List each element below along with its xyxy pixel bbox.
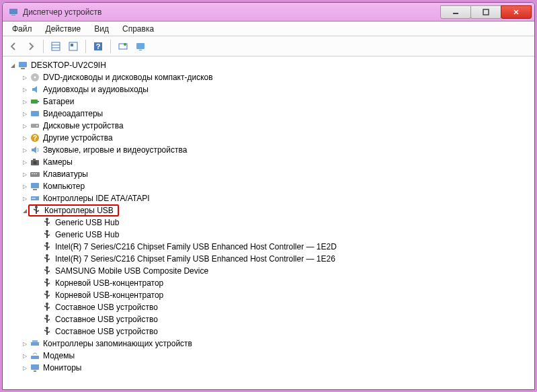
titlebar[interactable]: Диспетчер устройств: [3, 3, 534, 22]
svg-point-65: [46, 278, 48, 281]
menu-file[interactable]: Файл: [5, 22, 39, 36]
svg-point-77: [46, 315, 48, 317]
svg-rect-21: [31, 100, 38, 104]
node-label: Модемы: [43, 351, 75, 360]
menu-view[interactable]: Вид: [87, 22, 116, 36]
tree-node[interactable]: Корневой USB-концентратор: [3, 277, 534, 289]
nav-back-button[interactable]: [5, 38, 22, 54]
battery-icon: [30, 96, 40, 107]
expand-icon[interactable]: ▷: [20, 169, 30, 179]
tree-node[interactable]: ▷Видеоадаптеры: [3, 108, 534, 120]
usb-icon: [42, 302, 52, 313]
tree-area: ◢DESKTOP-UV2C9IH▷DVD-дисководы и дисково…: [3, 56, 534, 389]
menubar: Файл Действие Вид Справка: [3, 22, 534, 36]
video-icon: [30, 108, 40, 119]
expand-icon[interactable]: ▷: [20, 121, 30, 130]
expand-icon[interactable]: ▷: [20, 157, 30, 167]
expand-icon[interactable]: ▷: [20, 109, 30, 118]
tree-node[interactable]: Составное USB устройство: [3, 301, 534, 313]
node-label: Батареи: [43, 97, 74, 106]
svg-point-41: [35, 206, 38, 208]
svg-rect-85: [31, 342, 39, 346]
expand-icon[interactable]: ▷: [20, 363, 30, 373]
svg-point-53: [46, 242, 48, 245]
svg-rect-87: [31, 356, 39, 359]
disc-icon: [30, 72, 40, 83]
node-label: SAMSUNG Mobile USB Composite Device: [55, 266, 208, 276]
expand-icon[interactable]: ▷: [20, 339, 30, 348]
node-label: Клавиатуры: [43, 169, 88, 179]
svg-rect-30: [33, 159, 36, 160]
svg-rect-23: [31, 111, 39, 116]
minimize-button[interactable]: [440, 5, 471, 19]
svg-rect-22: [38, 101, 39, 102]
modem-icon: [30, 350, 40, 361]
tree-node[interactable]: Составное USB устройство: [3, 313, 534, 325]
svg-rect-88: [31, 364, 39, 370]
scan-button[interactable]: [115, 38, 131, 54]
tree-node[interactable]: ▷Батареи: [3, 95, 534, 108]
usb-icon: [42, 278, 52, 288]
tree-node[interactable]: ▷Модемы: [3, 350, 534, 362]
svg-rect-89: [34, 370, 36, 372]
menu-help[interactable]: Справка: [116, 22, 161, 36]
svg-point-81: [46, 327, 48, 329]
tree-node[interactable]: ▷?Другие устройства: [3, 132, 534, 144]
help-button[interactable]: ?: [90, 38, 106, 54]
expand-icon[interactable]: ▷: [20, 73, 30, 82]
device-tree[interactable]: ◢DESKTOP-UV2C9IH▷DVD-дисководы и дисково…: [3, 56, 534, 389]
expand-icon[interactable]: ▷: [20, 194, 30, 203]
node-label: Intel(R) 7 Series/C216 Chipset Family US…: [55, 242, 337, 251]
svg-rect-34: [36, 173, 37, 174]
expand-icon[interactable]: ▷: [20, 85, 30, 94]
tree-node[interactable]: ◢Контроллеры USB: [3, 204, 534, 217]
svg-point-57: [46, 254, 48, 257]
node-label: Дисковые устройства: [43, 121, 124, 130]
tree-node[interactable]: ▷Камеры: [3, 156, 534, 168]
app-icon: [8, 7, 19, 17]
collapse-icon[interactable]: ◢: [8, 61, 17, 70]
node-label: Корневой USB-концентратор: [55, 290, 163, 300]
close-button[interactable]: [501, 5, 532, 19]
tree-node[interactable]: SAMSUNG Mobile USB Composite Device: [3, 265, 534, 277]
tree-node[interactable]: Intel(R) 7 Series/C216 Chipset Family US…: [3, 253, 534, 265]
svg-text:?: ?: [96, 42, 101, 50]
tree-node[interactable]: ◢DESKTOP-UV2C9IH: [3, 59, 534, 71]
usb-icon: [42, 290, 52, 301]
tree-node[interactable]: Intel(R) 7 Series/C216 Chipset Family US…: [3, 241, 534, 253]
tree-node[interactable]: ▷Мониторы: [3, 362, 534, 374]
expand-icon[interactable]: ▷: [20, 351, 30, 360]
tree-node[interactable]: ▷Контроллеры IDE ATA/ATAPI: [3, 192, 534, 204]
expand-icon[interactable]: ▷: [20, 145, 30, 155]
display-button[interactable]: [132, 38, 149, 54]
svg-point-61: [46, 266, 48, 269]
svg-rect-17: [19, 62, 27, 67]
expand-icon[interactable]: ▷: [20, 182, 30, 191]
media-icon: [30, 145, 40, 155]
tree-node[interactable]: ▷Аудиовходы и аудиовыходы: [3, 83, 534, 95]
node-label: Видеоадаптеры: [43, 109, 103, 118]
tree-node[interactable]: ▷DVD-дисководы и дисководы компакт-диско…: [3, 71, 534, 83]
highlighted-category: Контроллеры USB: [28, 204, 119, 217]
tree-node[interactable]: ▷Звуковые, игровые и видеоустройства: [3, 144, 534, 156]
svg-point-49: [46, 230, 48, 233]
tree-node[interactable]: ▷Компьютер: [3, 180, 534, 192]
nav-forward-button[interactable]: [23, 38, 39, 54]
node-label: Generic USB Hub: [55, 230, 119, 239]
properties-button[interactable]: [65, 38, 81, 54]
maximize-button[interactable]: [470, 5, 501, 19]
svg-point-45: [46, 218, 48, 221]
expand-icon[interactable]: ▷: [20, 97, 30, 106]
menu-action[interactable]: Действие: [39, 22, 88, 36]
tree-node[interactable]: Корневой USB-концентратор: [3, 289, 534, 301]
node-label: Контроллеры USB: [44, 206, 114, 215]
tree-node[interactable]: Generic USB Hub: [3, 217, 534, 229]
expand-icon[interactable]: ▷: [20, 133, 30, 143]
tree-node[interactable]: ▷Контроллеры запоминающих устройств: [3, 338, 534, 350]
tree-node[interactable]: Generic USB Hub: [3, 229, 534, 241]
toolbar: ?: [3, 36, 534, 56]
view-list-button[interactable]: [48, 38, 64, 54]
tree-node[interactable]: ▷Клавиатуры: [3, 168, 534, 180]
tree-node[interactable]: ▷Дисковые устройства: [3, 120, 534, 132]
tree-node[interactable]: Составное USB устройство: [3, 325, 534, 338]
